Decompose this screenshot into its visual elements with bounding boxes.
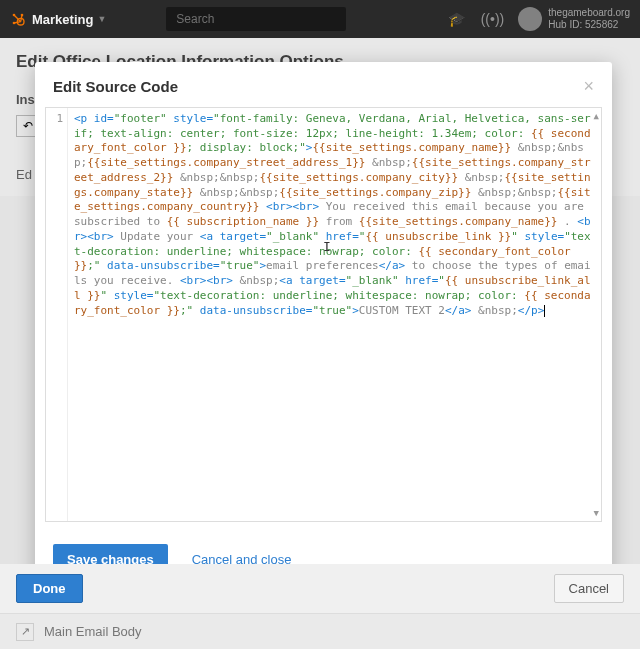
code-content[interactable]: <p id="footer" style="font-family: Genev… [68,108,601,521]
close-icon[interactable]: × [583,76,594,97]
text-cursor-icon: I [323,238,331,255]
done-button[interactable]: Done [16,574,83,603]
scroll-up-icon[interactable]: ▲ [594,110,599,122]
source-code-modal: Edit Source Code × 1 <p id="footer" styl… [35,62,612,587]
code-editor[interactable]: 1 <p id="footer" style="font-family: Gen… [45,107,602,522]
page-action-bar: Done Cancel [0,564,640,613]
modal-title: Edit Source Code [53,78,583,95]
modal-header: Edit Source Code × [35,62,612,107]
cancel-button[interactable]: Cancel [554,574,624,603]
scroll-down-icon[interactable]: ▼ [594,507,599,519]
module-row[interactable]: ↗ Main Email Body [0,613,640,649]
line-gutter: 1 [46,108,68,521]
expand-icon[interactable]: ↗ [16,623,34,641]
text-caret [544,305,545,317]
module-label: Main Email Body [44,624,142,639]
line-number: 1 [46,112,63,127]
